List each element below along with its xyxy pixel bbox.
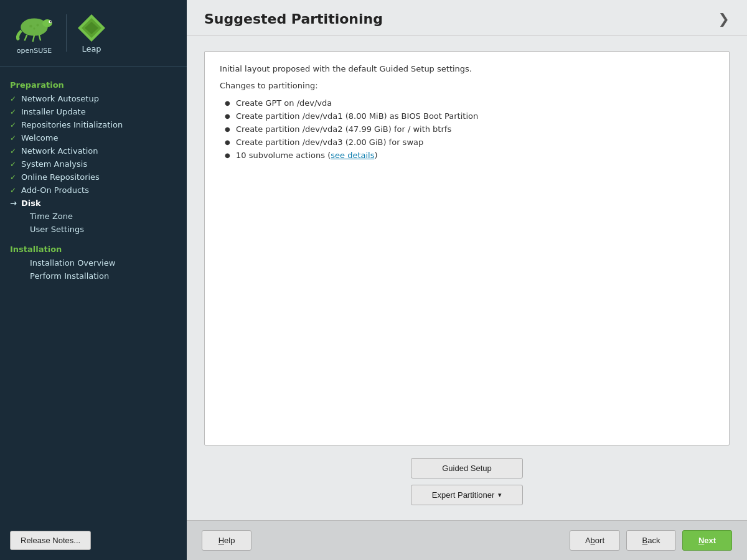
back-label: Back [642,536,660,545]
sidebar-item-online-repositories[interactable]: ✓ Online Repositories [0,170,187,184]
svg-line-5 [33,35,34,42]
footer: Help Abort Back Next [187,520,747,560]
theme-toggle-icon[interactable]: ❯ [718,11,730,27]
sidebar-item-installer-update[interactable]: ✓ Installer Update [0,105,187,118]
nav-area: Preparation ✓ Network Autosetup ✓ Instal… [0,67,187,521]
intro-text: Initial layout proposed with the default… [220,64,714,73]
guided-setup-button[interactable]: Guided Setup [411,458,523,478]
sidebar-item-user-settings[interactable]: ✓ User Settings [0,223,187,236]
partition-item-text: Create partition /dev/vda3 (2.00 GiB) fo… [236,138,423,147]
preparation-section-label: Preparation [0,77,187,92]
help-underline: Help [218,536,235,545]
leap-logo: Leap [77,13,106,54]
check-icon: ✓ [10,173,19,182]
svg-point-9 [33,27,35,29]
main-header: Suggested Partitioning ❯ [187,0,747,36]
sidebar-item-label: Add-On Products [21,185,89,195]
abort-label: Abort [585,536,604,545]
button-area: Guided Setup Expert Partitioner ▾ [204,458,730,510]
changes-label: Changes to partitioning: [220,81,714,90]
main-content: Initial layout proposed with the default… [187,36,747,520]
opensuse-label: openSUSE [17,47,52,55]
opensuse-logo: openSUSE [12,11,56,55]
next-button[interactable]: Next [682,530,732,551]
svg-point-3 [50,21,51,22]
check-icon: ✓ [10,121,19,129]
check-icon: ✓ [10,160,19,169]
sidebar-item-label: Installation Overview [30,258,115,268]
sidebar-item-network-autosetup[interactable]: ✓ Network Autosetup [0,92,187,105]
release-notes-area: Release Notes... [0,521,187,560]
see-details-link[interactable]: see details [331,151,374,160]
check-icon: ✓ [10,108,19,116]
list-item: 10 subvolume actions (see details) [225,149,714,162]
sidebar-item-label: System Analysis [21,159,87,169]
check-icon: ✓ [10,186,19,195]
sidebar-item-label: Network Autosetup [21,94,99,103]
expert-partitioner-button[interactable]: Expert Partitioner ▾ [411,485,523,505]
sidebar-item-label: Time Zone [30,212,73,221]
release-notes-button[interactable]: Release Notes... [10,531,91,550]
abort-button[interactable]: Abort [570,530,620,551]
sidebar-item-system-analysis[interactable]: ✓ System Analysis [0,157,187,170]
sidebar-item-perform-installation[interactable]: ✓ Perform Installation [0,269,187,282]
sidebar-item-network-activation[interactable]: ✓ Network Activation [0,144,187,157]
footer-left: Help [202,530,251,551]
partitioning-info-box: Initial layout proposed with the default… [204,51,730,446]
sidebar-item-welcome[interactable]: ✓ Welcome [0,131,187,144]
sidebar-item-label: Disk [21,198,41,208]
list-item: Create partition /dev/vda3 (2.00 GiB) fo… [225,136,714,149]
list-item: Create partition /dev/vda2 (47.99 GiB) f… [225,123,714,136]
dropdown-arrow-icon: ▾ [498,491,502,499]
footer-right: Abort Back Next [570,530,732,551]
sidebar-item-label: Online Repositories [21,172,100,182]
expert-partitioner-label: Expert Partitioner [432,490,494,500]
installation-section-label: Installation [0,241,187,256]
svg-line-4 [24,35,27,40]
sidebar-item-repositories-init[interactable]: ✓ Repositories Initialization [0,118,187,131]
sidebar-item-time-zone[interactable]: ✓ Time Zone [0,210,187,223]
sidebar-item-label: Network Activation [21,146,98,156]
check-icon: ✓ [10,134,19,142]
sidebar: openSUSE Leap Preparation ✓ Network Auto… [0,0,187,560]
main-panel: Suggested Partitioning ❯ Initial layout … [187,0,747,560]
sidebar-item-label: User Settings [30,225,84,234]
svg-line-6 [39,35,40,40]
page-title: Suggested Partitioning [204,11,383,27]
sidebar-item-installation-overview[interactable]: ✓ Installation Overview [0,256,187,269]
partition-item-text: Create partition /dev/vda2 (47.99 GiB) f… [236,124,451,134]
logo-area: openSUSE Leap [0,0,187,67]
sidebar-item-add-on-products[interactable]: ✓ Add-On Products [0,184,187,197]
leap-diamond-icon [77,13,106,43]
arrow-icon: → [10,198,19,208]
list-item: Create partition /dev/vda1 (8.00 MiB) as… [225,110,714,123]
leap-label: Leap [82,44,101,54]
list-item: Create GPT on /dev/vda [225,96,714,110]
next-label: Next [698,536,716,545]
logo-divider [66,14,67,52]
partition-item-text: Create partition /dev/vda1 (8.00 MiB) as… [236,111,478,121]
svg-point-8 [37,24,39,27]
sidebar-item-label: Installer Update [21,107,86,116]
partition-list: Create GPT on /dev/vda Create partition … [225,96,714,162]
sidebar-item-label: Welcome [21,133,58,142]
back-button[interactable]: Back [626,530,676,551]
sidebar-item-label: Repositories Initialization [21,120,123,129]
help-button[interactable]: Help [202,530,251,551]
check-icon: ✓ [10,95,19,103]
sidebar-item-label: Perform Installation [30,271,109,281]
partition-item-text: 10 subvolume actions (see details) [236,151,378,160]
svg-point-7 [29,25,32,28]
partition-item-text: Create GPT on /dev/vda [236,98,332,108]
check-icon: ✓ [10,147,19,156]
sidebar-item-disk[interactable]: → Disk [0,197,187,210]
opensuse-chameleon-icon [12,11,56,45]
